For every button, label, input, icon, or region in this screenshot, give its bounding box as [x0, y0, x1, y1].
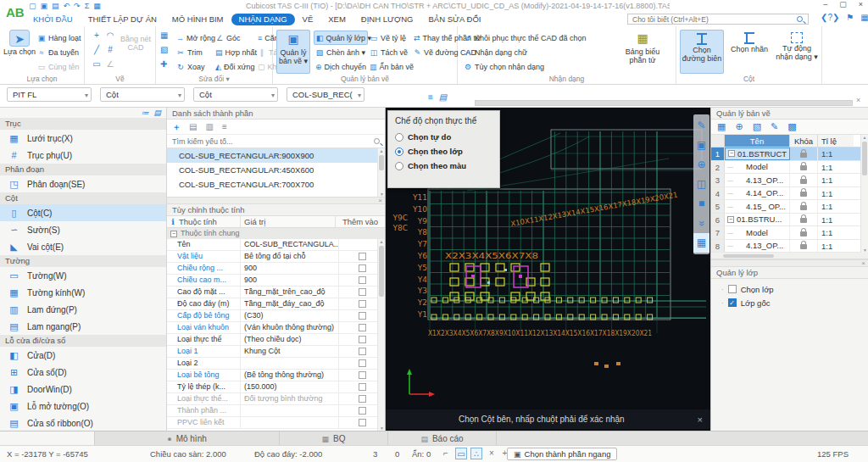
component-toolbar-icon[interactable]: ▥ — [205, 122, 213, 131]
component-toolbar-icon[interactable]: ＋ — [172, 121, 181, 133]
drawing-row[interactable]: 5 4.15_ OP... 1:1 — [711, 200, 868, 214]
ribbon-item[interactable]: ≈Đa tuyến — [36, 45, 83, 59]
horizontal-scrollbar[interactable] — [475, 100, 853, 106]
drawing-management-button[interactable]: ▣ Quản lý bản vẽ ▾ — [276, 30, 310, 74]
drawings-hscrollbar[interactable] — [711, 253, 868, 259]
sidebar-row[interactable]: ▦Tường kính(W) — [0, 284, 166, 301]
flag-icon[interactable]: ⚑ — [846, 13, 854, 22]
drawings-toolbar-icon[interactable]: ▩ — [787, 121, 796, 132]
radio-icon[interactable] — [395, 133, 403, 142]
panel-splitter[interactable]: × — [167, 197, 385, 204]
floor-select[interactable]: PIT FL — [7, 87, 92, 102]
drawings-scrollbar[interactable]: ▲▼ — [860, 135, 868, 253]
property-row[interactable]: Loại 1 Khung Cột — [167, 346, 385, 358]
drawing-row[interactable]: 3 4.13_OP... 1:1 — [711, 174, 868, 187]
add-checkbox[interactable] — [359, 264, 366, 272]
add-checkbox[interactable] — [359, 300, 366, 308]
drawing-row[interactable]: 8 4.13_OP... 1:1 — [711, 240, 868, 253]
drawing-row[interactable]: 6 −01.BSTRU... 1:1 — [711, 214, 868, 227]
property-row[interactable]: Chiều cao m... 900 — [167, 275, 385, 287]
property-row[interactable]: Loại ván khuôn (Ván khuôn thông thường) — [167, 322, 385, 334]
sidebar-row[interactable]: Phân đoạn — [0, 164, 166, 175]
ribbon-item[interactable]: ⚙Tùy chọn nhận dạng — [462, 59, 588, 74]
lock-icon[interactable] — [800, 153, 807, 158]
drawing-row[interactable]: 1 −01.BSTRUCT 1:1 — [711, 148, 868, 161]
move-icon[interactable]: ✚ — [160, 59, 168, 74]
rect-select-icon[interactable]: ▭ — [455, 448, 467, 459]
layer-row[interactable]: · Lớp gốc — [711, 296, 868, 309]
column-tool-button[interactable]: Chọn nhãn — [727, 30, 771, 74]
component-list-scrollbar[interactable]: ▲▼ — [377, 148, 385, 197]
add-checkbox[interactable] — [359, 312, 366, 320]
collapse-icon[interactable]: ≔ — [141, 109, 148, 117]
line-tool-icon[interactable]: ╱ — [90, 45, 103, 59]
ribbon-item[interactable]: ◭Đối xứng — [214, 59, 256, 74]
quick-access-icon[interactable]: ↷ — [74, 1, 81, 12]
ribbon-item[interactable]: ◫Tách vẽ — [368, 45, 412, 59]
quick-access-icon[interactable]: ↶ — [64, 1, 70, 12]
component-search-input[interactable] — [167, 137, 374, 146]
ribbon-tab[interactable]: NHẬN DẠNG — [231, 14, 295, 25]
canvas-tool-icon[interactable]: » — [692, 215, 710, 231]
component-list-item[interactable]: COL-SUB_RECTANGULAR:900X900 — [167, 148, 385, 163]
property-row[interactable]: Loại bê tông (Bê tông thông thường) — [167, 370, 385, 381]
close-panel-icon[interactable]: × — [861, 259, 865, 267]
canvas-tool-icon[interactable]: ▣ — [693, 136, 709, 155]
layer-row[interactable]: · Chọn lớp — [711, 282, 868, 296]
element-select[interactable]: Cột — [193, 87, 278, 102]
quick-access-icon[interactable]: Σ — [85, 1, 90, 12]
property-row[interactable]: Tỷ lệ thép (k... (150.000) — [167, 381, 385, 393]
component-toolbar-icon[interactable]: ▤ — [189, 122, 197, 131]
category-select[interactable]: Cột — [100, 87, 185, 102]
tab-bq[interactable]: ▦BQ — [280, 431, 388, 446]
sidebar-row[interactable]: ◧Cửa(D) — [0, 347, 166, 364]
ribbon-item[interactable]: ↻Xoay — [175, 59, 214, 74]
sidebar-row[interactable]: Cột — [0, 192, 166, 204]
list-view-icon[interactable]: ≡ — [428, 92, 433, 102]
component-toolbar-icon[interactable]: ≡ — [222, 122, 227, 131]
search-input[interactable] — [628, 15, 797, 24]
close-strip-icon[interactable]: × — [856, 96, 860, 104]
close-button[interactable]: × — [859, 0, 863, 8]
quick-access-icon[interactable]: ▤ — [52, 1, 59, 12]
add-checkbox[interactable] — [359, 407, 366, 415]
clear-selection-icon[interactable]: × — [486, 448, 498, 459]
lock-icon[interactable] — [800, 192, 807, 197]
sidebar-row[interactable]: ▤Lam ngang(P) — [0, 318, 166, 335]
lock-icon[interactable] — [800, 231, 807, 237]
property-row[interactable]: Vật liệu Bê tông đổ tại chỗ — [167, 251, 385, 263]
ribbon-tab[interactable]: MÔ HÌNH BIM — [164, 14, 231, 25]
lock-icon[interactable] — [800, 244, 807, 249]
help-icon[interactable]: ❮?❯ — [821, 13, 839, 22]
add-checkbox[interactable] — [359, 348, 366, 355]
hatch-tool-icon[interactable]: # — [103, 45, 117, 59]
close-hint-icon[interactable]: × — [698, 415, 710, 425]
property-row[interactable]: Loại thực thể... Đối tượng bình thường — [167, 393, 385, 405]
ribbon-item[interactable]: ▧Chèn ảnh ▾ — [314, 45, 368, 59]
ribbon-tab[interactable]: THIẾT LẬP DỰ ÁN — [81, 14, 164, 25]
expand-icon[interactable]: − — [727, 216, 734, 223]
ribbon-item[interactable]: ∠Góc — [214, 31, 256, 45]
selection-mode-option[interactable]: Chọn tự do — [388, 130, 499, 144]
ribbon-item[interactable]: ▣Hàng loạt — [36, 31, 83, 45]
layer-checkbox[interactable] — [728, 285, 737, 293]
clipboard-icon[interactable]: ▧ — [160, 45, 168, 59]
selection-mode-option[interactable]: Chọn theo màu — [388, 159, 499, 173]
ribbon-item[interactable]: ↺Khôi phục thực thể CAD đã chọn — [462, 31, 588, 45]
sidebar-row[interactable]: ◳Phân đoạn(SE) — [0, 175, 166, 192]
sidebar-row[interactable]: ▥Lam đứng(P) — [0, 301, 166, 318]
sidebar-row[interactable]: #Trục phụ(U) — [0, 147, 166, 164]
column-header-lock[interactable]: Khóa — [790, 135, 818, 147]
radio-icon[interactable] — [395, 162, 403, 170]
property-row[interactable]: Chiều rộng ... 900 — [167, 263, 385, 275]
component-list-item[interactable]: COL-SUB_RECTANGULAR:700X700 — [167, 177, 385, 192]
property-row[interactable]: Tên COL-SUB_RECTANGULA... — [167, 239, 385, 251]
panel-view-icon[interactable]: ▤ — [439, 92, 447, 102]
sidebar-row[interactable]: ▯Cột(C) — [0, 204, 166, 221]
column-tool-button[interactable]: Chọn đường biên — [680, 30, 724, 74]
component-select[interactable]: COL-SUB_REC( — [287, 87, 364, 102]
element-table-button[interactable]: ▦ Bảng biểu phần tử — [619, 30, 666, 74]
arc-tool-icon[interactable]: ◠ — [103, 31, 117, 45]
lock-icon[interactable] — [800, 179, 807, 184]
canvas-tool-icon[interactable]: ✎ — [693, 116, 709, 136]
